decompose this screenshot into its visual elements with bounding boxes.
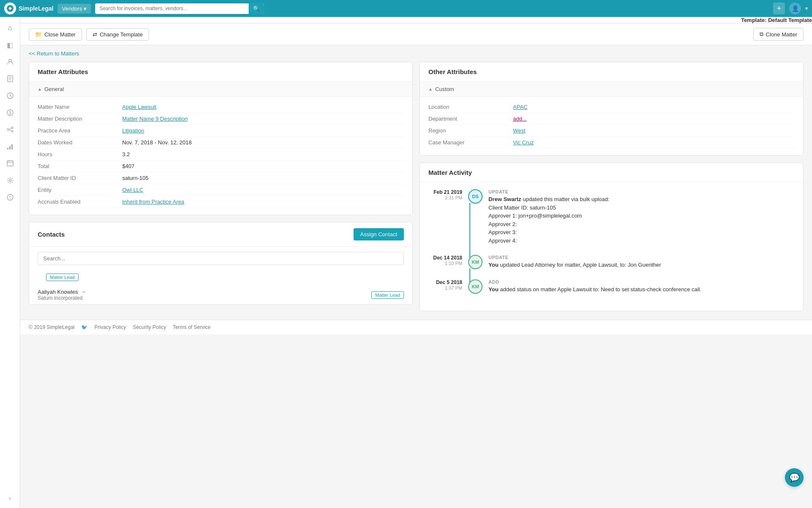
sidebar-item-files[interactable] (3, 156, 18, 171)
table-row: Matter Description Matter Name 9 Descrip… (38, 113, 404, 125)
svg-point-13 (11, 130, 13, 132)
timeline-time: 1:10 PM (428, 261, 462, 266)
table-row: Accruals Enabled Inherit from Practice A… (38, 196, 404, 208)
contacts-card: Contacts Assign Contact Matter Lead Aali… (29, 222, 413, 305)
table-row: Matter Name Apple Lawsuit (38, 101, 404, 113)
general-section-label: General (44, 86, 64, 92)
other-attributes-title: Other Attributes (420, 62, 803, 82)
general-section-toggle[interactable]: ▲ General (29, 82, 412, 97)
nav-chevron-icon[interactable]: ▾ (805, 6, 808, 11)
clone-icon: ⧉ (760, 31, 763, 38)
case-manager-value[interactable]: Vic Cruz (513, 139, 534, 146)
svg-point-12 (11, 127, 13, 129)
matter-activity-title: Matter Activity (420, 163, 803, 182)
contact-list-item: Aaliyah Knowles ✏ Saturn Incorporated Ma… (29, 285, 412, 304)
chevron-down-icon: ▾ (84, 6, 87, 12)
svg-line-8 (10, 96, 11, 97)
edit-icon[interactable]: ✏ (82, 290, 86, 295)
add-button[interactable]: + (773, 3, 785, 14)
region-value[interactable]: West (513, 127, 525, 134)
chat-button[interactable]: 💬 (785, 468, 804, 487)
change-template-button[interactable]: ⇄ Change Template (86, 28, 149, 41)
twitter-icon: 🐦 (81, 324, 88, 330)
timeline-type: UPDATE (488, 255, 795, 260)
attr-label: Accruals Enabled (38, 199, 122, 205)
svg-line-15 (9, 130, 11, 131)
content-grid: Matter Attributes ▲ General Matter Name … (20, 62, 812, 320)
clone-matter-button[interactable]: ⧉ Clone Matter (753, 28, 804, 41)
user-icon: 👤 (792, 5, 799, 12)
search-icon: 🔍 (253, 6, 260, 12)
search-bar: 🔍 (95, 3, 264, 14)
attr-label: Matter Description (38, 116, 122, 122)
sidebar-item-billing[interactable]: $ (3, 105, 18, 120)
template-label: Template: (741, 17, 766, 23)
logo-area: SimpleLegal (4, 3, 53, 14)
user-menu-button[interactable]: 👤 (789, 3, 801, 14)
attr-label: Dates Worked (38, 139, 122, 146)
matter-description-value[interactable]: Matter Name 9 Description (122, 116, 188, 122)
sidebar-expand-button[interactable]: » (5, 492, 15, 505)
timeline-date-text: Feb 21 2019 (428, 189, 462, 195)
attr-label: Total (38, 163, 122, 169)
chat-icon: 💬 (789, 472, 800, 483)
terms-of-service-link[interactable]: Terms of Service (173, 324, 211, 330)
sidebar-item-contacts[interactable] (3, 54, 18, 69)
contact-search-input[interactable] (38, 252, 404, 265)
assign-contact-button[interactable]: Assign Contact (354, 228, 404, 240)
table-row: Total $407 (38, 160, 404, 172)
svg-rect-18 (11, 144, 13, 149)
location-value[interactable]: APAC (513, 104, 527, 110)
timeline-text: You updated Lead Attorney for matter, Ap… (488, 261, 795, 269)
contact-name: Aaliyah Knowles ✏ (38, 289, 371, 295)
sidebar-item-settings[interactable] (3, 173, 18, 188)
matter-activity-card: Matter Activity Feb 21 2019 2:31 PM DS U… (420, 163, 804, 311)
entity-value[interactable]: Owl LLC (122, 187, 143, 193)
sidebar-item-reports[interactable] (3, 139, 18, 154)
other-attributes-table: Location APAC Department add... Region W… (420, 97, 803, 155)
sidebar-item-workflow[interactable] (3, 122, 18, 137)
return-to-matters-link[interactable]: << Return to Matters (20, 45, 88, 62)
contacts-title: Contacts (38, 231, 65, 238)
search-button[interactable]: 🔍 (249, 3, 264, 14)
contacts-header: Contacts Assign Contact (29, 222, 412, 247)
timeline-time: 2:31 PM (428, 195, 462, 200)
timeline-date: Dec 5 2018 1:37 PM (428, 279, 462, 294)
total-value: $407 (122, 163, 134, 169)
client-matter-id-value: saturn-105 (122, 175, 148, 181)
accruals-value[interactable]: Inherit from Practice Area (122, 199, 184, 205)
dates-worked-value: Nov. 7, 2018 - Nov. 12, 2018 (122, 139, 192, 146)
action-bar: 📁 Close Matter ⇄ Change Template ⧉ Clone… (20, 24, 812, 45)
timeline-text: Drew Swartz updated this matter via bulk… (488, 195, 795, 245)
security-policy-link[interactable]: Security Policy (133, 324, 166, 330)
svg-line-14 (9, 128, 11, 130)
search-input[interactable] (95, 3, 249, 14)
template-icon: ⇄ (93, 31, 97, 38)
timeline-content: UPDATE Drew Swartz updated this matter v… (488, 189, 795, 245)
chevron-up-icon: ▲ (38, 87, 42, 91)
sidebar-item-time[interactable] (3, 88, 18, 103)
sidebar-item-matters[interactable]: ◧ (3, 37, 18, 52)
attr-label: Practice Area (38, 127, 122, 134)
contact-info: Aaliyah Knowles ✏ Saturn Incorporated (38, 289, 371, 301)
top-nav: SimpleLegal Vendors ▾ 🔍 + 👤 ▾ (0, 0, 812, 17)
attr-label: Client Matter ID (38, 175, 122, 181)
vendor-dropdown[interactable]: Vendors ▾ (58, 4, 91, 14)
department-value[interactable]: add... (513, 116, 527, 122)
timeline-avatar-km: KM (468, 255, 483, 269)
footer: © 2019 SimpleLegal 🐦 Privacy Policy Secu… (20, 320, 812, 334)
attr-label: Department (428, 116, 513, 122)
contact-company: Saturn Incorporated (38, 295, 371, 301)
custom-section-toggle[interactable]: ▲ Custom (420, 82, 803, 97)
sidebar-item-home[interactable]: ⌂ (3, 20, 18, 36)
close-matter-button[interactable]: 📁 Close Matter (29, 28, 82, 41)
sidebar-item-invoices[interactable] (3, 71, 18, 86)
privacy-policy-link[interactable]: Privacy Policy (94, 324, 126, 330)
sidebar-item-help[interactable]: ? (3, 190, 18, 205)
timeline-type: ADD (488, 279, 795, 284)
practice-area-value[interactable]: Litigation (122, 127, 144, 134)
svg-point-20 (9, 179, 11, 182)
svg-text:$: $ (9, 110, 11, 115)
copyright: © 2019 SimpleLegal (29, 324, 74, 330)
matter-name-value[interactable]: Apple Lawsuit (122, 104, 156, 110)
